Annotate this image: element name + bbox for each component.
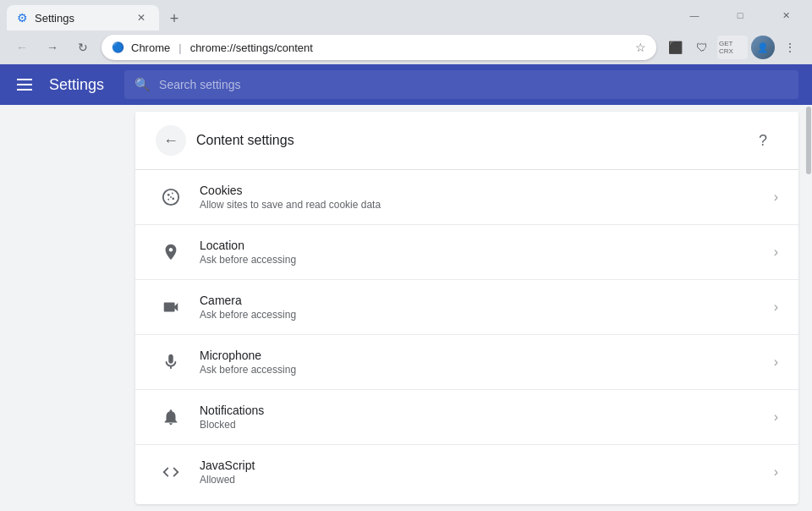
camera-title: Camera: [200, 294, 774, 307]
content-items-container: Cookies Allow sites to save and read coo…: [135, 170, 798, 499]
camera-subtitle: Ask before accessing: [200, 309, 774, 321]
tab-title: Settings: [35, 12, 127, 25]
notifications-text: Notifications Blocked: [200, 404, 774, 431]
content-back-button[interactable]: ←: [156, 125, 186, 156]
svg-point-3: [172, 197, 174, 200]
user-avatar[interactable]: 👤: [751, 36, 775, 59]
hamburger-menu[interactable]: [14, 75, 36, 94]
microphone-icon: [156, 353, 186, 371]
cookies-text: Cookies Allow sites to save and read coo…: [200, 184, 774, 211]
settings-item-microphone[interactable]: Microphone Ask before accessing ›: [135, 335, 798, 390]
browser-content: Settings 🔍 ← Content settings ?: [0, 64, 812, 511]
javascript-text: JavaScript Allowed: [200, 459, 774, 486]
svg-point-5: [170, 196, 172, 198]
javascript-icon: [156, 463, 186, 481]
get-crx-button[interactable]: GET CRX: [717, 36, 748, 59]
window-controls: — □ ✕: [675, 0, 805, 30]
url-separator: |: [178, 41, 181, 54]
settings-item-notifications[interactable]: Notifications Blocked ›: [135, 390, 798, 445]
scrollbar-thumb[interactable]: [806, 107, 811, 174]
location-chevron: ›: [774, 245, 778, 260]
help-icon[interactable]: ?: [748, 125, 778, 156]
location-icon: [156, 243, 186, 261]
settings-list: APPUALS Cookies Allow sites to save and …: [135, 170, 798, 504]
titlebar: ⚙ Settings ✕ + — □ ✕: [0, 0, 812, 30]
addressbar: ← → ↻ 🔵 Chrome | chrome://settings/conte…: [0, 30, 812, 64]
content-settings-title: Content settings: [196, 133, 748, 148]
scrollbar[interactable]: [805, 105, 812, 511]
microphone-text: Microphone Ask before accessing: [200, 349, 774, 376]
new-tab-button[interactable]: +: [162, 7, 186, 30]
search-box[interactable]: 🔍: [124, 70, 798, 99]
close-button[interactable]: ✕: [766, 0, 805, 30]
bookmark-icon[interactable]: ☆: [635, 41, 646, 54]
refresh-button[interactable]: ↻: [71, 36, 95, 59]
back-button[interactable]: ←: [10, 36, 34, 59]
location-text: Location Ask before accessing: [200, 239, 774, 266]
cookies-chevron: ›: [774, 190, 778, 205]
tab-close-button[interactable]: ✕: [134, 10, 149, 25]
settings-item-javascript[interactable]: JavaScript Allowed ›: [135, 445, 798, 499]
microphone-title: Microphone: [200, 349, 774, 362]
cookies-title: Cookies: [200, 184, 774, 197]
javascript-title: JavaScript: [200, 459, 774, 472]
sidebar: [0, 105, 135, 511]
cookies-icon: [156, 188, 186, 206]
forward-button[interactable]: →: [41, 36, 64, 59]
settings-item-camera[interactable]: Camera Ask before accessing ›: [135, 280, 798, 335]
active-tab[interactable]: ⚙ Settings ✕: [7, 5, 159, 30]
cookies-subtitle: Allow sites to save and read cookie data: [200, 199, 774, 211]
url-bar[interactable]: 🔵 Chrome | chrome://settings/content ☆: [102, 35, 656, 60]
javascript-chevron: ›: [774, 464, 778, 480]
settings-header: Settings 🔍: [0, 64, 812, 105]
camera-chevron: ›: [774, 299, 778, 315]
microphone-subtitle: Ask before accessing: [200, 364, 774, 376]
tab-favicon: ⚙: [17, 11, 28, 25]
tab-bar: ⚙ Settings ✕ +: [7, 0, 668, 30]
browser-window: ⚙ Settings ✕ + — □ ✕ ← → ↻ 🔵 Chrome | ch…: [0, 0, 812, 511]
shield-icon[interactable]: 🛡: [690, 36, 714, 59]
url-path: chrome://settings/content: [190, 41, 313, 54]
content-settings-header: ← Content settings ?: [135, 112, 798, 170]
notifications-icon: [156, 408, 186, 426]
toolbar-icons: ⬛ 🛡 GET CRX 👤 ⋮: [663, 36, 802, 59]
security-icon: 🔵: [112, 41, 124, 53]
camera-text: Camera Ask before accessing: [200, 294, 774, 321]
search-icon: 🔍: [134, 77, 151, 92]
maximize-button[interactable]: □: [721, 0, 760, 30]
location-subtitle: Ask before accessing: [200, 254, 774, 266]
main-content: ← Content settings ? APPUALS Cookies All…: [0, 105, 812, 511]
svg-point-1: [167, 194, 170, 196]
notifications-chevron: ›: [774, 409, 778, 425]
camera-icon: [156, 298, 186, 316]
content-panel: ← Content settings ? APPUALS Cookies All…: [135, 112, 798, 504]
svg-point-4: [167, 199, 169, 201]
chrome-menu-icon[interactable]: ⋮: [778, 36, 802, 59]
settings-item-location[interactable]: Location Ask before accessing ›: [135, 225, 798, 280]
minimize-button[interactable]: —: [675, 0, 714, 30]
url-site: Chrome: [131, 41, 170, 54]
search-input[interactable]: [159, 78, 788, 91]
notifications-title: Notifications: [200, 404, 774, 417]
settings-item-cookies[interactable]: Cookies Allow sites to save and read coo…: [135, 170, 798, 225]
location-title: Location: [200, 239, 774, 252]
svg-point-2: [172, 193, 173, 195]
javascript-subtitle: Allowed: [200, 474, 774, 486]
extensions-icon[interactable]: ⬛: [663, 36, 687, 59]
settings-title: Settings: [49, 76, 104, 94]
notifications-subtitle: Blocked: [200, 419, 774, 431]
microphone-chevron: ›: [774, 354, 778, 370]
